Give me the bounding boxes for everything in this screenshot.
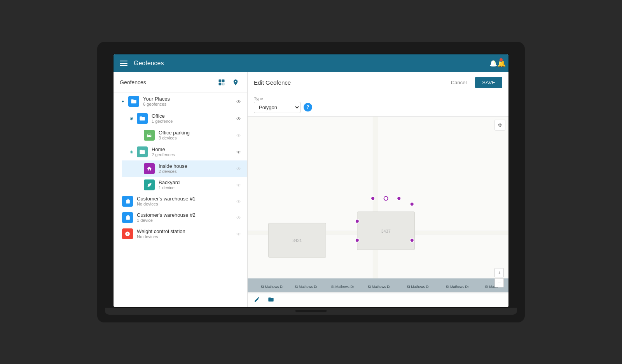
- group-info-home: Home 2 geofences: [152, 146, 236, 157]
- geofence-name-customers-warehouse-2: Customer's warehouse #2: [137, 212, 233, 218]
- group-info-office: Office 1 geofence: [152, 113, 236, 124]
- geofence-item-inside-house[interactable]: Inside house 2 devices: [122, 160, 247, 177]
- group-count-office: 1 geofence: [152, 119, 236, 124]
- app-title: Geofences: [134, 60, 493, 67]
- laptop-shell: Geofences 🔔 Geofences: [97, 42, 525, 322]
- geofence-devices-weight-control: No devices: [137, 234, 233, 239]
- group-count-your-places: 6 geofences: [143, 102, 236, 106]
- help-icon[interactable]: ?: [304, 103, 312, 111]
- visibility-icon-office[interactable]: [236, 115, 241, 122]
- type-label: Type: [254, 96, 301, 101]
- collapse-map-button[interactable]: [494, 120, 505, 131]
- geofence-info-customers-warehouse-1: Customer's warehouse #1 No devices: [137, 196, 233, 206]
- geofence-name-backyard: Backyard: [159, 179, 233, 185]
- svg-point-17: [355, 219, 359, 223]
- group-your-places: ● Your Places 6 geofences: [114, 93, 247, 193]
- main-content: Geofences: [114, 72, 508, 307]
- visibility-icon-weight-control[interactable]: [236, 231, 241, 237]
- geofence-devices-inside-house: 2 devices: [159, 169, 233, 174]
- svg-point-22: [410, 238, 414, 242]
- cancel-button[interactable]: Cancel: [446, 77, 471, 88]
- edit-header: Edit Geofence Cancel SAVE: [248, 72, 508, 93]
- svg-text:3437: 3437: [381, 228, 390, 233]
- expand-icon-office: ◉: [128, 115, 135, 122]
- add-geofence-button[interactable]: [216, 77, 227, 88]
- expand-icon-home: ◉: [128, 149, 135, 155]
- save-button[interactable]: SAVE: [475, 77, 502, 88]
- visibility-icon-customers-warehouse-1[interactable]: [236, 198, 241, 204]
- edit-title: Edit Geofence: [254, 79, 291, 86]
- map-area: 3431 3437: [248, 117, 508, 307]
- geofence-item-customers-warehouse-1[interactable]: Customer's warehouse #1 No devices: [114, 193, 247, 209]
- home-group: ◉ Home 2 geofences: [114, 143, 247, 193]
- folder-tool-button[interactable]: [266, 294, 276, 305]
- map-bottom-toolbar: [248, 292, 508, 307]
- svg-point-19: [384, 196, 388, 200]
- sidebar: Geofences: [114, 72, 248, 307]
- zoom-in-button[interactable]: +: [494, 268, 504, 277]
- geofence-devices-backyard: 1 device: [159, 185, 233, 190]
- svg-text:3431: 3431: [292, 238, 302, 243]
- svg-point-21: [410, 202, 414, 206]
- geofence-info-office-parking: Office parking 3 devices: [159, 130, 233, 140]
- visibility-icon-home[interactable]: [236, 148, 241, 155]
- svg-point-18: [371, 196, 375, 200]
- edit-actions: Cancel SAVE: [446, 77, 502, 88]
- laptop-base: [105, 308, 517, 315]
- svg-point-20: [397, 196, 401, 200]
- geofence-info-backyard: Backyard 1 device: [159, 179, 233, 190]
- group-name-home: Home: [152, 146, 236, 152]
- notification-bell[interactable]: 🔔: [493, 59, 502, 68]
- group-header-your-places[interactable]: ● Your Places 6 geofences: [114, 93, 247, 110]
- group-name-office: Office: [152, 113, 236, 119]
- visibility-icon-backyard[interactable]: [236, 182, 241, 188]
- sidebar-header: Geofences: [114, 72, 247, 93]
- laptop-notch: [295, 310, 327, 312]
- svg-text:St Mathews Dr: St Mathews Dr: [368, 285, 391, 289]
- geofence-list: ● Your Places 6 geofences: [114, 93, 247, 307]
- visibility-icon-inside-house[interactable]: [236, 165, 241, 172]
- svg-text:St Mathews Dr: St Mathews Dr: [407, 285, 430, 289]
- geofence-icon-inside-house: [144, 163, 155, 174]
- folder-icon-your-places: [128, 96, 139, 107]
- folder-icon-office: [137, 113, 148, 124]
- menu-icon[interactable]: [120, 61, 128, 66]
- geofence-name-office-parking: Office parking: [159, 130, 233, 136]
- draw-tool-button[interactable]: [252, 294, 262, 305]
- visibility-icon-customers-warehouse-2[interactable]: [236, 214, 241, 221]
- svg-rect-0: [219, 79, 222, 82]
- type-select[interactable]: Polygon Circle Rectangle: [254, 102, 301, 113]
- edit-panel: Edit Geofence Cancel SAVE Type Polygon C…: [248, 72, 508, 307]
- visibility-icon-your-places[interactable]: [236, 98, 241, 105]
- geofence-icon-backyard: [144, 179, 155, 190]
- geofence-item-backyard[interactable]: Backyard 1 device: [122, 177, 247, 193]
- zoom-out-button[interactable]: −: [494, 278, 504, 287]
- geofence-name-weight-control: Weight control station: [137, 228, 233, 234]
- map-svg: 3431 3437: [248, 117, 508, 307]
- geofence-devices-customers-warehouse-2: 1 device: [137, 218, 233, 223]
- geofence-name-inside-house: Inside house: [159, 163, 233, 169]
- map-controls: + −: [494, 268, 504, 287]
- expand-icon-your-places: ●: [120, 98, 126, 104]
- group-name-your-places: Your Places: [143, 96, 236, 102]
- visibility-icon-office-parking[interactable]: [236, 132, 241, 138]
- geofence-icon-office-parking: [144, 130, 155, 141]
- geofence-icon-customers-warehouse-2: [122, 212, 133, 223]
- svg-text:St Mathews Dr: St Mathews Dr: [295, 285, 318, 289]
- notification-badge: [499, 58, 503, 62]
- geofence-devices-office-parking: 3 devices: [159, 136, 233, 140]
- svg-text:St Mathews Dr: St Mathews Dr: [331, 285, 354, 289]
- group-header-home[interactable]: ◉ Home 2 geofences: [122, 143, 247, 160]
- type-select-wrapper: Type Polygon Circle Rectangle: [254, 96, 301, 113]
- geofence-item-office-parking[interactable]: Office parking 3 devices: [122, 127, 247, 143]
- office-group: ◉ Office 1 geofence: [114, 110, 247, 143]
- group-header-office[interactable]: ◉ Office 1 geofence: [122, 110, 247, 127]
- map-background: 3431 3437: [248, 117, 508, 307]
- geofence-item-weight-control[interactable]: Weight control station No devices: [114, 226, 247, 242]
- geofence-item-customers-warehouse-2[interactable]: Customer's warehouse #2 1 device: [114, 209, 247, 226]
- sidebar-header-icons: [216, 77, 241, 88]
- edit-type-bar: Type Polygon Circle Rectangle ?: [248, 93, 508, 117]
- geofence-info-inside-house: Inside house 2 devices: [159, 163, 233, 174]
- geofence-info-customers-warehouse-2: Customer's warehouse #2 1 device: [137, 212, 233, 223]
- pin-button[interactable]: [230, 77, 241, 88]
